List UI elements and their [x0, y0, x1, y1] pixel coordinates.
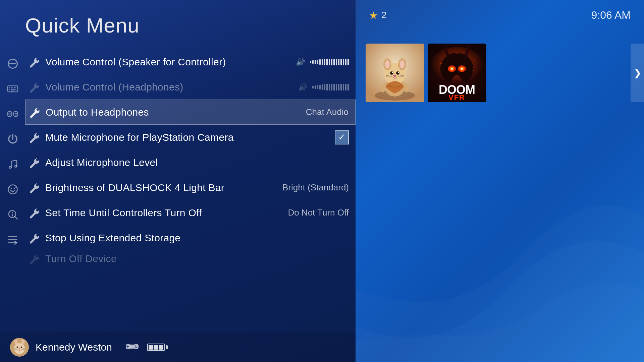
svg-point-83	[461, 68, 463, 70]
menu-label-volume-headphones: Volume Control (Headphones)	[45, 81, 298, 93]
right-arrow-indicator[interactable]: ❯	[631, 44, 644, 102]
svg-point-38	[15, 340, 17, 344]
sidebar-item-power[interactable]	[0, 126, 25, 152]
menu-item-volume-headphones[interactable]: Volume Control (Headphones) 🔊	[25, 74, 356, 100]
svg-point-89	[474, 60, 475, 61]
svg-point-16	[9, 114, 10, 115]
menu-item-output-headphones[interactable]: Output to Headphones Chat Audio	[25, 100, 356, 125]
volume-bar-container: 🔊	[296, 58, 349, 66]
svg-point-88	[444, 77, 445, 77]
svg-point-82	[451, 68, 453, 70]
menu-value-output-headphones: Chat Audio	[306, 107, 348, 117]
battery-indicator	[147, 344, 168, 351]
battery-cap	[166, 345, 168, 349]
avatar	[10, 338, 29, 357]
keyboard-icon	[7, 83, 19, 95]
svg-point-23	[8, 185, 17, 194]
sidebar-item-no-symbol[interactable]	[0, 51, 25, 76]
svg-rect-2	[8, 86, 18, 92]
checkbox-mute-mic[interactable]: ✓	[335, 130, 349, 144]
svg-point-66	[400, 60, 405, 68]
game-thumb-doom[interactable]: DOOM VFR	[428, 44, 486, 102]
svg-point-67	[390, 71, 393, 75]
svg-point-42	[21, 346, 22, 348]
clock-display: 9:06 AM	[591, 9, 631, 21]
face-icon	[7, 183, 19, 195]
volume-bar	[310, 59, 349, 65]
svg-point-26	[9, 186, 10, 188]
svg-point-17	[15, 113, 16, 114]
svg-point-65	[385, 60, 390, 68]
wrench-icon	[29, 56, 40, 68]
controller-svg	[125, 342, 139, 351]
svg-point-87	[473, 70, 474, 71]
svg-rect-12	[14, 111, 18, 116]
sidebar-item-search[interactable]	[0, 202, 25, 227]
music-icon	[7, 158, 19, 170]
sidebar-item-face[interactable]	[0, 177, 25, 202]
wrench-icon-5	[29, 157, 40, 168]
svg-point-57	[135, 345, 136, 346]
volume-bar-2	[312, 84, 349, 90]
svg-rect-50	[130, 345, 134, 349]
trophy-count: 2	[381, 10, 387, 20]
game-thumbnails-container: DOOM VFR	[366, 44, 486, 102]
svg-point-14	[8, 113, 9, 114]
wrench-icon-9	[29, 253, 40, 264]
svg-point-21	[9, 166, 11, 168]
menu-label-output-headphones: Output to Headphones	[46, 107, 299, 118]
wrench-icon-8	[29, 232, 40, 244]
status-bar: Kennedy Weston	[0, 332, 356, 362]
menu-label-extended-storage: Stop Using Extended Storage	[45, 232, 349, 244]
battery-bar-2	[154, 345, 158, 350]
menu-item-brightness[interactable]: Brightness of DUALSHOCK 4 Light Bar Brig…	[25, 175, 356, 200]
sidebar-item-music[interactable]	[0, 152, 25, 177]
menu-item-turn-off-device[interactable]: Turn Off Device	[25, 250, 356, 267]
menu-item-turn-off-controllers[interactable]: Set Time Until Controllers Turn Off Do N…	[25, 200, 356, 225]
menu-value-brightness: Bright (Standard)	[282, 182, 349, 193]
menu-item-volume-speaker[interactable]: Volume Control (Speaker for Controller) …	[25, 49, 356, 74]
power-icon	[7, 133, 19, 145]
divider	[25, 44, 356, 44]
wrench-icon-6	[29, 182, 40, 193]
controller-icon	[125, 342, 139, 353]
sidebar-item-list[interactable]	[0, 227, 25, 252]
star-icon: ★	[369, 9, 378, 21]
svg-point-22	[15, 165, 17, 167]
avatar-image	[10, 338, 29, 357]
wrench-icon-2	[29, 81, 40, 93]
wrench-icon-4	[29, 132, 40, 143]
volume-speaker-icon: 🔊	[296, 58, 305, 66]
volume-headphone-icon: 🔊	[298, 83, 307, 92]
wrench-icon-7	[29, 207, 40, 219]
battery-bar-1	[149, 345, 153, 350]
game-thumb-doom-image: DOOM VFR	[428, 44, 486, 102]
volume-bar-container-2: 🔊	[298, 83, 349, 92]
svg-rect-49	[134, 344, 139, 349]
list-icon	[7, 234, 19, 246]
svg-point-58	[135, 347, 136, 348]
svg-point-69	[392, 72, 393, 73]
svg-point-70	[398, 72, 399, 73]
sidebar-item-gamepad[interactable]	[0, 101, 25, 126]
main-content: Volume Control (Speaker for Controller) …	[0, 48, 356, 332]
game-thumb-moss-image	[366, 44, 424, 102]
right-arrow-icon: ❯	[634, 67, 641, 78]
battery-bar-3	[159, 345, 163, 350]
menu-item-mute-mic[interactable]: Mute Microphone for PlayStation Camera ✓	[25, 125, 356, 150]
menu-label-turn-off-device: Turn Off Device	[45, 253, 349, 264]
search-info-icon	[7, 208, 19, 221]
menu-item-extended-storage[interactable]: Stop Using Extended Storage	[25, 225, 356, 250]
svg-point-25	[13, 188, 15, 189]
top-bar: ★ 2 9:06 AM	[356, 0, 644, 30]
svg-point-71	[393, 75, 396, 77]
svg-point-13	[9, 112, 10, 113]
menu-item-adjust-mic[interactable]: Adjust Microphone Level	[25, 150, 356, 175]
menu-label-volume-speaker: Volume Control (Speaker for Controller)	[45, 56, 296, 68]
sidebar-item-keyboard[interactable]	[0, 76, 25, 101]
sidebar	[0, 48, 25, 332]
menu-value-turn-off-controllers: Do Not Turn Off	[288, 207, 349, 218]
trophy-section: ★ 2	[369, 9, 387, 21]
game-thumb-moss[interactable]	[366, 44, 424, 102]
svg-point-15	[10, 113, 11, 114]
